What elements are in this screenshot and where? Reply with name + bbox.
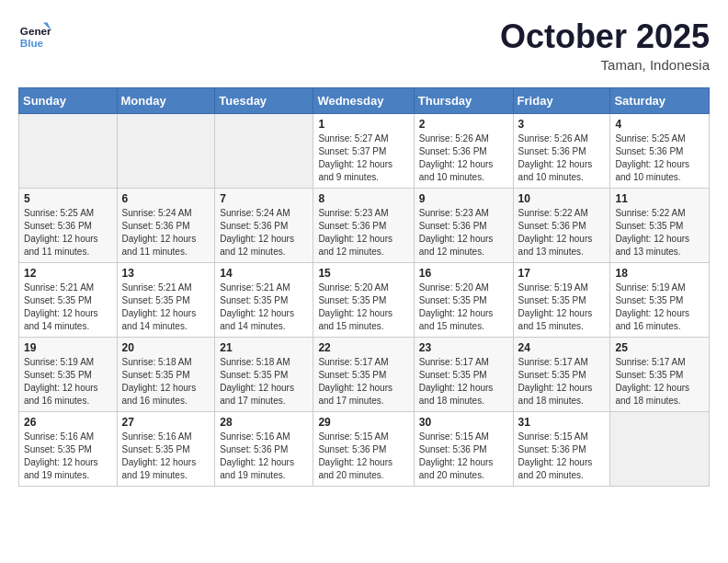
day-number: 15 — [318, 267, 408, 280]
day-cell: 31Sunrise: 5:15 AM Sunset: 5:36 PM Dayli… — [513, 411, 610, 486]
day-cell: 1Sunrise: 5:27 AM Sunset: 5:37 PM Daylig… — [313, 113, 414, 188]
day-info: Sunrise: 5:23 AM Sunset: 5:36 PM Dayligh… — [318, 207, 408, 259]
day-number: 24 — [518, 341, 606, 354]
day-cell: 22Sunrise: 5:17 AM Sunset: 5:35 PM Dayli… — [313, 337, 414, 411]
day-number: 14 — [220, 267, 308, 280]
day-info: Sunrise: 5:16 AM Sunset: 5:35 PM Dayligh… — [24, 431, 112, 482]
day-cell: 21Sunrise: 5:18 AM Sunset: 5:35 PM Dayli… — [215, 337, 313, 411]
day-cell: 7Sunrise: 5:24 AM Sunset: 5:36 PM Daylig… — [215, 188, 313, 262]
logo: General Blue — [18, 18, 51, 52]
day-number: 2 — [419, 118, 508, 131]
day-number: 23 — [419, 341, 508, 354]
day-cell: 10Sunrise: 5:22 AM Sunset: 5:36 PM Dayli… — [513, 188, 610, 262]
day-number: 29 — [318, 416, 408, 429]
day-number: 31 — [518, 416, 606, 429]
day-info: Sunrise: 5:27 AM Sunset: 5:37 PM Dayligh… — [318, 132, 408, 184]
day-cell: 14Sunrise: 5:21 AM Sunset: 5:35 PM Dayli… — [215, 262, 313, 337]
day-info: Sunrise: 5:15 AM Sunset: 5:36 PM Dayligh… — [518, 431, 606, 482]
title-block: October 2025 Taman, Indonesia — [500, 18, 710, 73]
day-cell — [117, 113, 215, 188]
day-info: Sunrise: 5:20 AM Sunset: 5:35 PM Dayligh… — [318, 282, 408, 333]
day-number: 7 — [220, 192, 308, 205]
day-number: 18 — [615, 267, 704, 280]
day-cell: 26Sunrise: 5:16 AM Sunset: 5:35 PM Dayli… — [19, 411, 118, 486]
day-cell: 19Sunrise: 5:19 AM Sunset: 5:35 PM Dayli… — [19, 337, 118, 411]
day-cell: 11Sunrise: 5:22 AM Sunset: 5:35 PM Dayli… — [610, 188, 710, 262]
day-info: Sunrise: 5:19 AM Sunset: 5:35 PM Dayligh… — [518, 282, 606, 333]
location: Taman, Indonesia — [500, 57, 710, 73]
day-cell — [19, 113, 118, 188]
day-number: 3 — [518, 118, 606, 131]
week-row-2: 5Sunrise: 5:25 AM Sunset: 5:36 PM Daylig… — [19, 188, 710, 262]
day-cell: 30Sunrise: 5:15 AM Sunset: 5:36 PM Dayli… — [414, 411, 513, 486]
week-row-3: 12Sunrise: 5:21 AM Sunset: 5:35 PM Dayli… — [19, 262, 710, 337]
day-info: Sunrise: 5:15 AM Sunset: 5:36 PM Dayligh… — [318, 431, 408, 482]
day-number: 17 — [518, 267, 606, 280]
day-info: Sunrise: 5:20 AM Sunset: 5:35 PM Dayligh… — [419, 282, 508, 333]
day-number: 19 — [24, 341, 112, 354]
day-number: 8 — [318, 192, 408, 205]
day-cell: 8Sunrise: 5:23 AM Sunset: 5:36 PM Daylig… — [313, 188, 414, 262]
day-number: 30 — [419, 416, 508, 429]
day-number: 27 — [122, 416, 210, 429]
calendar-table: SundayMondayTuesdayWednesdayThursdayFrid… — [18, 87, 710, 487]
day-number: 25 — [615, 341, 704, 354]
month-year: October 2025 — [500, 18, 710, 55]
day-cell: 3Sunrise: 5:26 AM Sunset: 5:36 PM Daylig… — [513, 113, 610, 188]
col-header-saturday: Saturday — [610, 87, 710, 113]
day-info: Sunrise: 5:22 AM Sunset: 5:35 PM Dayligh… — [615, 207, 704, 259]
day-number: 13 — [122, 267, 210, 280]
day-number: 1 — [318, 118, 408, 131]
day-cell: 6Sunrise: 5:24 AM Sunset: 5:36 PM Daylig… — [117, 188, 215, 262]
day-cell: 13Sunrise: 5:21 AM Sunset: 5:35 PM Dayli… — [117, 262, 215, 337]
day-cell: 4Sunrise: 5:25 AM Sunset: 5:36 PM Daylig… — [610, 113, 710, 188]
day-number: 6 — [122, 192, 210, 205]
day-info: Sunrise: 5:16 AM Sunset: 5:36 PM Dayligh… — [220, 431, 308, 482]
day-info: Sunrise: 5:17 AM Sunset: 5:35 PM Dayligh… — [318, 356, 408, 408]
week-row-4: 19Sunrise: 5:19 AM Sunset: 5:35 PM Dayli… — [19, 337, 710, 411]
day-cell: 18Sunrise: 5:19 AM Sunset: 5:35 PM Dayli… — [610, 262, 710, 337]
day-info: Sunrise: 5:17 AM Sunset: 5:35 PM Dayligh… — [615, 356, 704, 408]
day-info: Sunrise: 5:26 AM Sunset: 5:36 PM Dayligh… — [518, 132, 606, 184]
day-cell: 29Sunrise: 5:15 AM Sunset: 5:36 PM Dayli… — [313, 411, 414, 486]
header: General Blue October 2025 Taman, Indones… — [18, 18, 710, 73]
day-number: 5 — [24, 192, 112, 205]
day-cell: 15Sunrise: 5:20 AM Sunset: 5:35 PM Dayli… — [313, 262, 414, 337]
day-number: 11 — [615, 192, 704, 205]
col-header-thursday: Thursday — [414, 87, 513, 113]
col-header-wednesday: Wednesday — [313, 87, 414, 113]
day-info: Sunrise: 5:24 AM Sunset: 5:36 PM Dayligh… — [220, 207, 308, 259]
day-cell: 20Sunrise: 5:18 AM Sunset: 5:35 PM Dayli… — [117, 337, 215, 411]
day-number: 21 — [220, 341, 308, 354]
day-number: 22 — [318, 341, 408, 354]
day-cell: 2Sunrise: 5:26 AM Sunset: 5:36 PM Daylig… — [414, 113, 513, 188]
day-info: Sunrise: 5:15 AM Sunset: 5:36 PM Dayligh… — [419, 431, 508, 482]
page: General Blue October 2025 Taman, Indones… — [0, 0, 728, 505]
day-cell: 23Sunrise: 5:17 AM Sunset: 5:35 PM Dayli… — [414, 337, 513, 411]
day-info: Sunrise: 5:21 AM Sunset: 5:35 PM Dayligh… — [220, 282, 308, 333]
day-cell: 16Sunrise: 5:20 AM Sunset: 5:35 PM Dayli… — [414, 262, 513, 337]
week-row-5: 26Sunrise: 5:16 AM Sunset: 5:35 PM Dayli… — [19, 411, 710, 486]
day-cell: 28Sunrise: 5:16 AM Sunset: 5:36 PM Dayli… — [215, 411, 313, 486]
day-info: Sunrise: 5:23 AM Sunset: 5:36 PM Dayligh… — [419, 207, 508, 259]
col-header-friday: Friday — [513, 87, 610, 113]
day-number: 10 — [518, 192, 606, 205]
day-cell: 24Sunrise: 5:17 AM Sunset: 5:35 PM Dayli… — [513, 337, 610, 411]
day-number: 16 — [419, 267, 508, 280]
day-number: 20 — [122, 341, 210, 354]
day-cell: 5Sunrise: 5:25 AM Sunset: 5:36 PM Daylig… — [19, 188, 118, 262]
col-header-monday: Monday — [117, 87, 215, 113]
day-cell: 17Sunrise: 5:19 AM Sunset: 5:35 PM Dayli… — [513, 262, 610, 337]
day-number: 26 — [24, 416, 112, 429]
day-info: Sunrise: 5:24 AM Sunset: 5:36 PM Dayligh… — [122, 207, 210, 259]
general-blue-logo-icon: General Blue — [18, 18, 51, 52]
day-info: Sunrise: 5:17 AM Sunset: 5:35 PM Dayligh… — [518, 356, 606, 408]
day-cell — [215, 113, 313, 188]
day-info: Sunrise: 5:19 AM Sunset: 5:35 PM Dayligh… — [24, 356, 112, 408]
svg-text:Blue: Blue — [20, 37, 44, 49]
svg-text:General: General — [20, 25, 51, 37]
day-cell — [610, 411, 710, 486]
day-info: Sunrise: 5:26 AM Sunset: 5:36 PM Dayligh… — [419, 132, 508, 184]
day-cell: 27Sunrise: 5:16 AM Sunset: 5:35 PM Dayli… — [117, 411, 215, 486]
day-info: Sunrise: 5:19 AM Sunset: 5:35 PM Dayligh… — [615, 282, 704, 333]
